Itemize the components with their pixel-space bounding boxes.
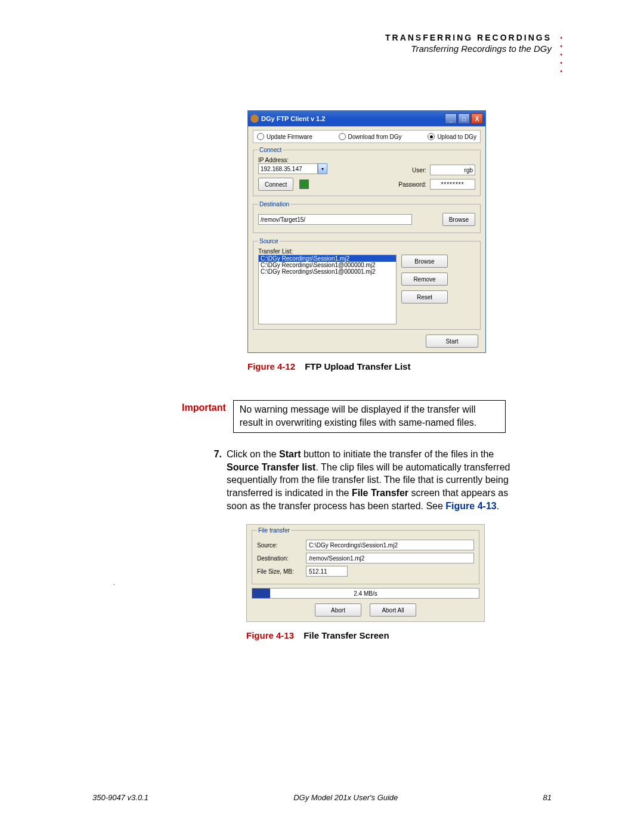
important-label: Important (182, 400, 226, 413)
window-title: DGy FTP Client v 1.2 (261, 115, 445, 122)
important-text: No warning message will be displayed if … (233, 400, 506, 433)
remove-button[interactable]: Remove (401, 272, 448, 286)
source-browse-button[interactable]: Browse (401, 255, 448, 268)
close-button[interactable]: X (471, 113, 483, 124)
start-button[interactable]: Start (426, 335, 478, 348)
password-label: Password: (398, 181, 426, 188)
list-item[interactable]: C:\DGy Recordings\Session1.mj2 (259, 255, 396, 262)
app-icon (250, 114, 259, 123)
doc-number: 350-9047 v3.0.1 (92, 793, 148, 802)
file-transfer-panel: File transfer Source: C:\DGy Recordings\… (246, 524, 485, 622)
maximize-button[interactable]: □ (458, 113, 470, 124)
destination-legend: Destination (258, 201, 290, 208)
transfer-list[interactable]: C:\DGy Recordings\Session1.mj2 C:\DGy Re… (258, 255, 397, 324)
list-item[interactable]: C:\DGy Recordings\Session1@000001.mj2 (259, 268, 396, 275)
ip-address-input[interactable]: 192.168.35.147 (258, 163, 318, 174)
header-dots: ••••• (560, 34, 562, 76)
radio-update-firmware[interactable]: Update Firmware (257, 133, 312, 140)
dest-value: /remov/Session1.mj2 (306, 553, 474, 563)
figure-13-caption: Figure 4-13 File Transfer Screen (246, 630, 485, 640)
mode-radio-group: Update Firmware Download from DGy Upload… (253, 130, 481, 143)
abort-all-button[interactable]: Abort All (370, 603, 416, 617)
source-label: Source: (257, 542, 300, 549)
step-7: 7. Click on the Start button to initiate… (209, 448, 552, 512)
doc-title: DGy Model 201x User's Guide (293, 793, 398, 802)
abort-button[interactable]: Abort (315, 603, 361, 617)
dest-label: Destination: (257, 555, 300, 562)
page-header: ••••• TRANSFERRING RECORDINGS Transferri… (92, 33, 552, 54)
destination-group: Destination /remov/Target15/ Browse (253, 201, 481, 233)
figure-reference[interactable]: Figure 4-13 (445, 501, 496, 511)
user-input[interactable]: rgb (430, 165, 475, 175)
status-indicator (299, 179, 309, 189)
connect-legend: Connect (258, 147, 283, 153)
minimize-button[interactable]: _ (445, 113, 457, 124)
source-legend: Source (258, 238, 280, 244)
reset-button[interactable]: Reset (401, 290, 448, 304)
figure-12-caption: Figure 4-12 FTP Upload Transfer List (247, 361, 486, 371)
file-transfer-group: File transfer Source: C:\DGy Recordings\… (252, 527, 479, 584)
step-number: 7. (209, 448, 222, 512)
destination-path-input[interactable]: /remov/Target15/ (258, 214, 412, 225)
figure-12: DGy FTP Client v 1.2 _ □ X Update Firmwa… (247, 110, 486, 371)
step-body: Click on the Start button to initiate th… (227, 448, 525, 512)
transfer-list-label: Transfer List: (258, 248, 475, 255)
chapter-title: TRANSFERRING RECORDINGS (92, 33, 552, 42)
ip-dropdown-button[interactable]: ▾ (318, 163, 327, 174)
list-item[interactable]: C:\DGy Recordings\Session1@000000.mj2 (259, 262, 396, 268)
size-label: File Size, MB: (257, 568, 300, 575)
radio-icon (428, 133, 435, 140)
figure-13: File transfer Source: C:\DGy Recordings\… (246, 524, 485, 640)
connect-button[interactable]: Connect (258, 178, 293, 191)
page-number: 81 (543, 793, 552, 802)
size-value: 512.11 (306, 566, 348, 577)
radio-icon (339, 133, 346, 140)
password-input[interactable]: ******** (430, 179, 475, 190)
ftp-client-window: DGy FTP Client v 1.2 _ □ X Update Firmwa… (247, 110, 486, 353)
important-note: Important No warning message will be dis… (182, 400, 552, 433)
source-value: C:\DGy Recordings\Session1.mj2 (306, 540, 474, 550)
section-title: Transferring Recordings to the DGy (92, 44, 552, 54)
radio-icon (257, 133, 264, 140)
page-footer: 350-9047 v3.0.1 DGy Model 201x User's Gu… (92, 793, 552, 802)
progress-bar: 2.4 MB/s (252, 588, 479, 599)
source-group: Source Transfer List: C:\DGy Recordings\… (253, 238, 481, 330)
transfer-rate: 2.4 MB/s (252, 590, 479, 597)
radio-download[interactable]: Download from DGy (339, 133, 402, 140)
file-transfer-legend: File transfer (257, 527, 291, 534)
ip-label: IP Address: (258, 157, 475, 163)
marker-dot: . (113, 580, 115, 586)
destination-browse-button[interactable]: Browse (442, 213, 475, 226)
user-label: User: (412, 167, 426, 174)
window-titlebar[interactable]: DGy FTP Client v 1.2 _ □ X (248, 111, 485, 126)
radio-upload[interactable]: Upload to DGy (428, 133, 476, 140)
connect-group: Connect IP Address: 192.168.35.147 ▾ Con… (253, 147, 481, 196)
